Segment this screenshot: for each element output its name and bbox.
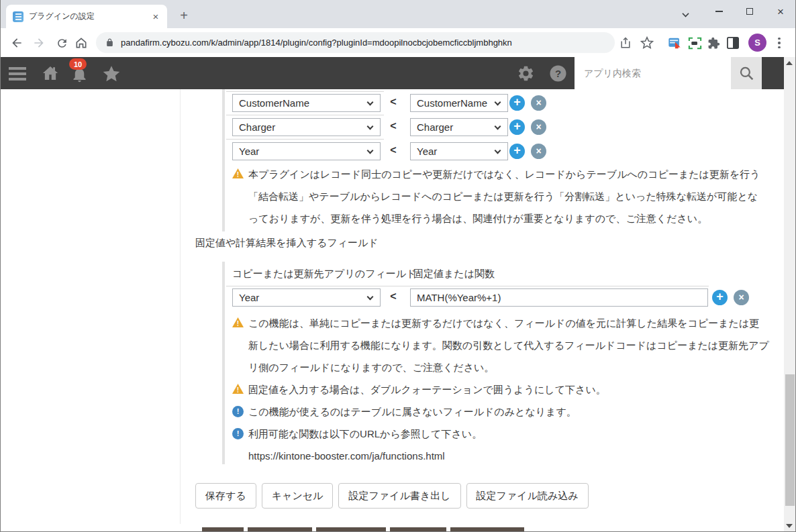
home-button[interactable] [72, 34, 90, 52]
select-value: CustomerName [417, 97, 487, 109]
add-row-button[interactable]: + [509, 95, 525, 111]
tab-search-chevron-icon[interactable] [682, 10, 689, 17]
search-button[interactable] [731, 57, 762, 89]
field-mapping-row: Year < Year + × [1, 142, 784, 160]
tab-close-button[interactable]: × [150, 11, 162, 23]
reload-icon [56, 37, 68, 50]
chevron-down-icon [495, 123, 501, 130]
hamburger-menu-button[interactable] [9, 67, 26, 81]
home-icon [74, 36, 88, 50]
forward-arrow-icon [32, 36, 46, 50]
blue-window-red-arrow-icon [668, 37, 681, 50]
browser-menu-button[interactable] [778, 35, 781, 51]
import-config-button[interactable]: 設定ファイル読み込み [466, 483, 589, 509]
source-field-select[interactable]: CustomerName [232, 94, 381, 112]
scroll-up-arrow-icon[interactable] [786, 61, 793, 65]
extension-sidepanel-button[interactable] [724, 34, 742, 52]
direction-symbol: < [388, 144, 399, 156]
maximize-button[interactable] [734, 0, 765, 23]
browser-toolbar: pandafirm.cybozu.com/k/admin/app/1814/pl… [1, 28, 795, 57]
calc-field-row: Year < + × [1, 288, 784, 307]
page-scrollbar[interactable] [784, 57, 795, 532]
close-button[interactable]: × [765, 0, 796, 23]
warning-icon: ! [232, 317, 244, 327]
source-field-select[interactable]: Charger [232, 118, 381, 136]
help-button[interactable]: ? [549, 64, 567, 85]
svg-text:?: ? [555, 68, 561, 79]
chevron-down-icon [367, 294, 374, 301]
reload-button[interactable] [53, 34, 70, 52]
direction-symbol: < [388, 120, 399, 132]
scroll-down-arrow-icon[interactable] [786, 524, 793, 528]
tab-title: プラグインの設定 [29, 11, 150, 22]
target-field-select[interactable]: CustomerName [410, 94, 508, 112]
add-row-button[interactable]: + [509, 119, 525, 135]
clipped-text-fragment [248, 527, 312, 532]
search-icon [738, 65, 755, 82]
column-header-value: 固定値または関数 [413, 268, 495, 280]
extension-capture-button[interactable] [666, 34, 683, 52]
column-header-field: コピーまたは更新先アプリのフィールド [232, 268, 417, 280]
header-underline [226, 286, 709, 286]
favorites-button[interactable] [101, 64, 121, 87]
app-search-input[interactable] [575, 57, 731, 89]
row-separator [226, 115, 384, 115]
back-button[interactable] [8, 34, 26, 52]
add-row-button[interactable]: + [509, 144, 525, 159]
lock-icon [105, 38, 114, 47]
share-button[interactable] [617, 34, 634, 52]
source-field-select[interactable]: Year [232, 142, 381, 160]
portal-home-button[interactable] [41, 64, 60, 85]
gear-icon [517, 64, 535, 83]
browser-tab[interactable]: プラグインの設定 × [6, 5, 167, 28]
chevron-down-icon [495, 148, 501, 154]
scrollbar-thumb[interactable] [785, 374, 795, 506]
add-row-button[interactable]: + [712, 290, 728, 305]
direction-symbol: < [388, 290, 399, 303]
star-outline-icon [640, 36, 654, 50]
profile-avatar[interactable]: S [748, 34, 766, 52]
split-square-icon [727, 37, 739, 49]
notification-badge: 10 [69, 58, 87, 70]
remove-row-button[interactable]: × [531, 95, 546, 111]
functions-url-text: https://kintone-booster.com/ja/functions… [232, 445, 769, 467]
minimize-icon [715, 11, 723, 12]
settings-button[interactable] [517, 64, 535, 85]
note-item: ! この機能は、単純にコピーまたは更新するだけではなく、フィールドの値を元に計算… [232, 312, 769, 378]
target-field-select[interactable]: Charger [410, 118, 508, 136]
action-buttons: 保存する キャンセル 設定ファイル書き出し 設定ファイル読み込み [195, 483, 589, 509]
warning-text: 本プラグインはレコード同士のコピーや更新だけではなく、レコードからテーブルへのコ… [248, 168, 760, 224]
new-tab-button[interactable]: + [175, 7, 193, 25]
clipped-text-fragment [202, 527, 244, 532]
title-bar: プラグインの設定 × + × [1, 0, 795, 28]
save-button[interactable]: 保存する [195, 483, 256, 509]
help-icon: ? [549, 64, 567, 83]
forward-button[interactable] [30, 34, 48, 52]
clipped-content-below [202, 527, 524, 532]
warning-icon: ! [232, 384, 244, 394]
address-bar[interactable]: pandafirm.cybozu.com/k/admin/app/1814/pl… [96, 32, 615, 53]
clipped-text-fragment [316, 527, 386, 532]
remove-row-button[interactable]: × [531, 119, 546, 135]
target-field-select[interactable]: Year [410, 142, 508, 160]
extension-screenshot-button[interactable] [686, 34, 703, 52]
formula-input[interactable] [410, 288, 708, 307]
screenshot-frame-icon [688, 37, 702, 50]
chevron-down-icon [495, 99, 501, 106]
puzzle-icon [707, 37, 720, 50]
remove-row-button[interactable]: × [734, 290, 749, 305]
extensions-puzzle-button[interactable] [705, 34, 722, 52]
export-config-button[interactable]: 設定ファイル書き出し [338, 483, 460, 509]
section-title: 固定値や計算結果を挿入するフィールド [195, 237, 379, 250]
info-icon: ! [232, 428, 244, 439]
minimize-button[interactable] [703, 0, 734, 23]
cancel-button[interactable]: キャンセル [262, 483, 334, 509]
note-text: 固定値を入力する場合は、ダブルクォーテーションで囲うようにして下さい。 [248, 384, 606, 395]
warning-icon: ! [232, 168, 244, 178]
calc-field-select[interactable]: Year [232, 288, 381, 307]
select-value: Year [239, 146, 259, 157]
plugin-config-page: CustomerName < CustomerName + × Charger … [1, 89, 784, 532]
bookmark-star-button[interactable] [638, 34, 656, 52]
remove-row-button[interactable]: × [531, 144, 546, 159]
kintone-header: 10 ? [1, 57, 784, 89]
